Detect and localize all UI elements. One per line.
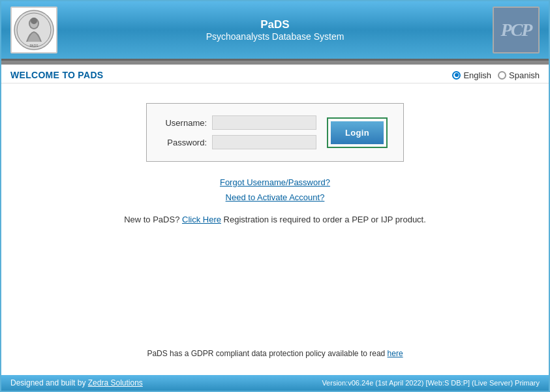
login-fields: Username: Password:: [162, 115, 316, 149]
spanish-label: Spanish: [509, 70, 540, 80]
username-row: Username:: [162, 115, 316, 130]
app-footer: Designed and built by Zedra Solutions Ve…: [1, 375, 549, 391]
login-button-wrap: Login: [327, 117, 388, 148]
gdpr-link[interactable]: here: [388, 349, 403, 358]
app-header: PADS PaDS Psychoanalysts Database System…: [1, 1, 549, 61]
registration-text: New to PaDS? Click Here Registration is …: [124, 215, 426, 224]
spanish-radio[interactable]: [498, 71, 506, 80]
login-box: Username: Password: Login: [146, 103, 404, 162]
username-input[interactable]: [212, 115, 316, 130]
language-options: English Spanish: [452, 70, 540, 80]
svg-text:PADS: PADS: [29, 44, 38, 48]
pcp-logo-text: PCP: [501, 20, 532, 40]
english-radio[interactable]: [452, 71, 461, 80]
welcome-title: WELCOME TO PADS: [10, 70, 103, 80]
header-logo-left: PADS: [10, 7, 57, 53]
gdpr-text: PaDS has a GDPR compliant data protectio…: [147, 342, 403, 362]
designed-by-text: Designed and built by: [10, 378, 85, 387]
reg-text-after: Registration is required to order a PEP …: [224, 215, 426, 224]
password-input[interactable]: [212, 135, 316, 149]
activate-link[interactable]: Need to Activate Account?: [220, 190, 330, 205]
app-name: PaDS: [57, 18, 493, 31]
company-link[interactable]: Zedra Solutions: [88, 378, 143, 387]
svg-point-4: [31, 18, 37, 24]
forgot-link[interactable]: Forgot Username/Password?: [220, 175, 330, 190]
footer-left: Designed and built by Zedra Solutions: [10, 378, 143, 387]
welcome-bar: WELCOME TO PADS English Spanish: [1, 65, 549, 83]
footer-version: Version:v06.24e (1st April 2022) [Web:S …: [322, 379, 540, 387]
logo-emblem-svg: PADS: [13, 9, 55, 51]
gdpr-body: PaDS has a GDPR compliant data protectio…: [147, 349, 385, 358]
english-label: English: [463, 70, 491, 80]
header-center: PaDS Psychoanalysts Database System: [57, 18, 493, 42]
password-label: Password:: [162, 138, 207, 147]
password-row: Password:: [162, 135, 316, 149]
main-content: Username: Password: Login Forgot Usernam…: [1, 83, 549, 375]
username-label: Username:: [162, 118, 207, 128]
links-section: Forgot Username/Password? Need to Activa…: [220, 175, 330, 205]
app-subtitle: Psychoanalysts Database System: [57, 31, 493, 42]
english-option[interactable]: English: [452, 70, 491, 80]
click-here-link[interactable]: Click Here: [182, 215, 221, 224]
reg-text-before: New to PaDS?: [124, 215, 179, 224]
header-logo-right: PCP: [493, 7, 540, 53]
spanish-option[interactable]: Spanish: [498, 70, 540, 80]
login-button[interactable]: Login: [331, 121, 384, 144]
